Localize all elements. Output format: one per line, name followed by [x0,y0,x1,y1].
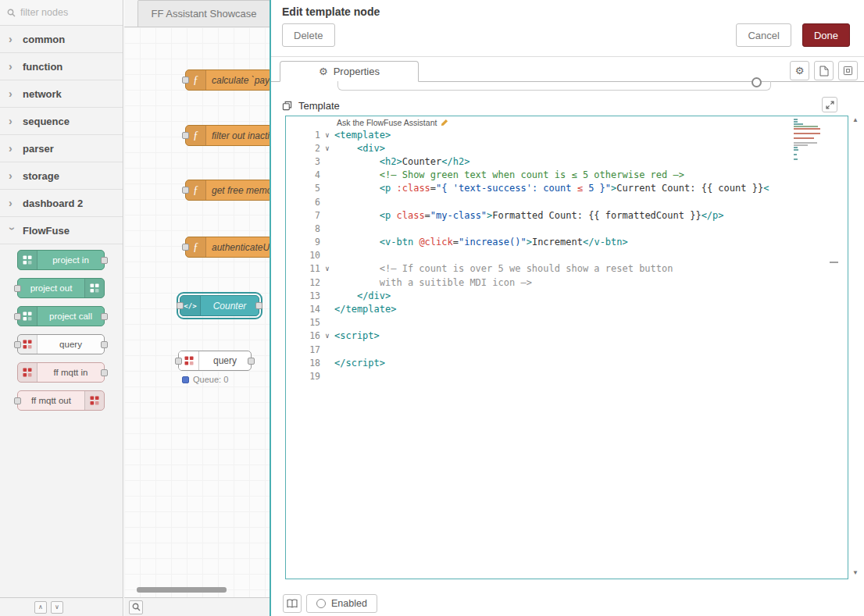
flow-node-filter-out-inacti[interactable]: ƒfilter out inacti [185,125,273,146]
code-line[interactable]: 14</template> [286,302,848,315]
zoom-to-node-button[interactable] [838,61,858,80]
code-line[interactable]: 15 [286,316,848,329]
category-label: sequence [23,116,70,127]
category-label: parser [23,143,54,155]
palette-category-parser[interactable]: ›parser [0,135,123,162]
code-text: </template> [334,304,396,315]
fold-chevron-icon[interactable]: ∨ [320,131,334,139]
node-label: authenticateU [206,237,272,257]
code-line[interactable]: 10 [286,249,848,262]
flow-node-calculate-pay[interactable]: ƒcalculate `pay [185,69,273,91]
code-editor[interactable]: Ask the FlowFuse Assistant 1∨<template>2… [285,116,848,579]
output-port[interactable] [248,358,255,365]
code-line[interactable]: 19 [286,369,848,383]
scroll-up-icon[interactable]: ▲ [852,116,859,123]
chevron-icon: › [9,169,16,182]
magnifier-icon [132,603,141,611]
editor-tabs: ⚙ Properties ⚙ [271,61,864,82]
fold-chevron-icon[interactable]: ∨ [320,265,334,272]
flow-node-get-free-memo[interactable]: ƒget free memo [185,180,273,201]
code-text: <v-btn @click="increase()">Increment</v-… [334,237,628,247]
code-line[interactable]: 2∨ <div> [286,141,848,155]
name-input-partial[interactable] [337,81,771,91]
code-line[interactable]: 4 <!— Show green text when count is ≤ 5 … [286,169,848,182]
tab-properties[interactable]: ⚙ Properties [280,61,419,82]
done-button[interactable]: Done [802,23,850,47]
input-port[interactable] [182,187,189,194]
assistant-prompt[interactable]: Ask the FlowFuse Assistant [337,118,448,127]
scroll-down-icon[interactable]: ▼ [852,569,859,576]
expand-editor-button[interactable] [822,97,837,112]
expand-all-button[interactable]: ∨ [51,601,63,614]
palette-node-project-out[interactable]: project out [17,278,105,298]
code-line[interactable]: 13 </div> [286,289,848,302]
node-red-editor: filter nodes ›common›function›network›se… [0,0,864,616]
code-line[interactable]: 17 [286,343,848,356]
code-text: <p :class="{ 'text-success': count ≤ 5 }… [334,183,769,194]
palette-category-common[interactable]: ›common [0,26,123,53]
output-port[interactable] [101,369,108,376]
code-line[interactable]: 6 [286,195,848,208]
code-line[interactable]: 16∨<script> [286,329,848,343]
code-line[interactable]: 8 [286,222,848,235]
library-button[interactable] [283,594,302,613]
flowfuse-logo-icon [84,391,104,410]
pencil-icon [441,119,448,126]
code-line[interactable]: 18</script> [286,356,848,369]
input-port[interactable] [14,341,21,348]
code-line[interactable]: 12 with a suitible MDI icon —> [286,276,848,289]
input-port[interactable] [177,302,184,309]
code-line[interactable]: 11∨ <!— If count is over 5 we should sho… [286,262,848,276]
palette-category-dashboard-2[interactable]: ›dashboard 2 [0,190,123,217]
horizontal-scrollbar[interactable] [137,587,227,593]
enabled-toggle[interactable]: Enabled [306,594,377,613]
code-line[interactable]: 1∨<template> [286,128,848,141]
input-port[interactable] [14,285,21,292]
input-port[interactable] [14,313,21,320]
palette-category-storage[interactable]: ›storage [0,162,123,190]
fold-chevron-icon[interactable]: ∨ [320,332,334,340]
palette-node-project-in[interactable]: project in [17,250,105,270]
node-settings-button[interactable]: ⚙ [790,61,809,80]
zoom-button[interactable] [129,600,143,614]
palette-category-network[interactable]: ›network [0,80,123,108]
dialog-title: Edit template node [271,0,864,20]
code-line[interactable]: 3 <h2>Counter</h2> [286,155,848,168]
flow-node-query[interactable]: query [178,351,252,371]
palette-node-query[interactable]: query [17,334,105,354]
fold-chevron-icon[interactable]: ∨ [320,144,334,152]
palette-category-sequence[interactable]: ›sequence [0,108,123,135]
palette-filter[interactable]: filter nodes [0,0,123,26]
cancel-button[interactable]: Cancel [736,23,791,47]
input-port[interactable] [14,397,21,404]
output-port[interactable] [101,341,108,348]
palette-node-project-call[interactable]: project call [17,306,105,326]
flow-node-counter[interactable]: </> Counter [180,295,259,316]
delete-button[interactable]: Delete [282,23,335,47]
code-line[interactable]: 5 <p :class="{ 'text-success': count ≤ 5… [286,182,848,195]
input-port[interactable] [182,244,189,251]
palette-node-label: ff mqtt in [37,363,104,382]
collapse-all-button[interactable]: ∧ [34,601,47,614]
enabled-label: Enabled [331,598,367,609]
flow-tab[interactable]: FF Assistant Showcase [137,0,270,27]
output-port[interactable] [101,257,108,264]
minimap[interactable] [794,119,823,163]
code-line[interactable]: 9 <v-btn @click="increase()">Increment</… [286,236,848,249]
output-port[interactable] [101,313,108,320]
description-button[interactable] [814,61,834,80]
editor-lines: 1∨<template>2∨ <div>3 <h2>Counter</h2>4 … [286,128,848,383]
flow-node-authenticateu[interactable]: ƒauthenticateU [185,237,273,258]
palette-category-flowfuse[interactable]: ›FlowFuse [0,217,123,244]
input-port[interactable] [175,358,182,365]
code-line[interactable]: 7 <p class="my-class">Formatted Count: {… [286,208,848,222]
palette-node-ff-mqtt-in[interactable]: ff mqtt in [17,362,105,383]
output-port[interactable] [255,302,262,309]
category-label: storage [23,170,59,182]
input-port[interactable] [182,77,189,84]
palette-node-ff-mqtt-out[interactable]: ff mqtt out [17,390,105,411]
palette-category-function[interactable]: ›function [0,53,123,80]
expand-icon [826,101,834,109]
status-text: Queue: 0 [193,375,228,384]
input-port[interactable] [182,132,189,139]
